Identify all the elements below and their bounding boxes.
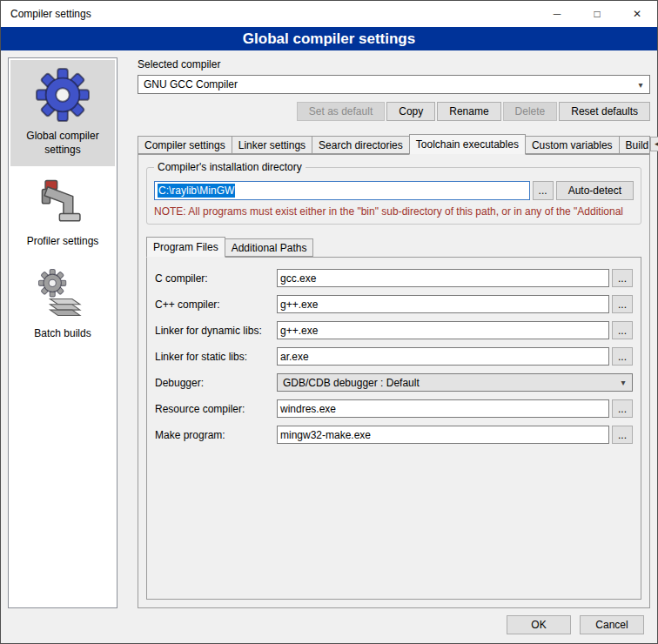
toolchain-executables-pane: Compiler's installation directory C:\ray… — [138, 154, 650, 608]
batch-builds-icon — [37, 269, 88, 319]
compiler-select[interactable]: GNU GCC Compiler ▾ — [138, 75, 650, 94]
resource-compiler-label: Resource compiler: — [155, 403, 277, 415]
c-compiler-browse-button[interactable]: ... — [612, 269, 633, 287]
settings-tabbar: Compiler settings Linker settings Search… — [138, 134, 650, 154]
set-as-default-button[interactable]: Set as default — [297, 102, 385, 121]
selected-compiler-label: Selected compiler — [138, 58, 650, 70]
make-program-value: mingw32-make.exe — [280, 429, 371, 441]
sidebar-item-global-compiler-settings[interactable]: Global compiler settings — [10, 60, 115, 166]
chevron-down-icon: ▾ — [616, 378, 630, 387]
cpp-compiler-value: g++.exe — [280, 299, 318, 311]
c-compiler-value: gcc.exe — [280, 272, 316, 285]
c-compiler-label: C compiler: — [155, 272, 277, 285]
banner-title: Global compiler settings — [243, 30, 415, 48]
maximize-button[interactable]: □ — [577, 1, 617, 27]
form-row: C compiler: gcc.exe ... — [155, 269, 633, 287]
sidebar-item-label: Global compiler settings — [12, 130, 113, 157]
close-icon: ✕ — [633, 8, 641, 20]
tab-program-files[interactable]: Program Files — [146, 237, 225, 258]
gear-icon — [36, 68, 90, 122]
tab-toolchain-executables[interactable]: Toolchain executables — [409, 134, 526, 155]
cpp-compiler-label: C++ compiler: — [155, 299, 277, 311]
resource-compiler-browse-button[interactable]: ... — [612, 399, 633, 418]
compiler-select-value: GNU GCC Compiler — [144, 78, 634, 91]
form-row: Linker for dynamic libs: g++.exe ... — [155, 321, 633, 339]
sidebar-item-label: Profiler settings — [27, 235, 99, 249]
arrow-left-icon: ◄ — [654, 140, 658, 148]
tab-additional-paths[interactable]: Additional Paths — [225, 238, 314, 257]
compiler-actions: Set as default Copy Rename Delete Reset … — [138, 102, 650, 121]
installation-note: NOTE: All programs must exist either in … — [154, 205, 634, 218]
tab-search-directories[interactable]: Search directories — [312, 136, 410, 154]
tab-custom-variables[interactable]: Custom variables — [525, 136, 620, 154]
tab-linker-settings[interactable]: Linker settings — [232, 136, 312, 154]
settings-category-list: Global compiler settings Profiler settin… — [8, 57, 118, 608]
form-row: Debugger: GDB/CDB debugger : Default ▾ — [155, 373, 633, 392]
dialog-footer: OK Cancel — [1, 615, 657, 643]
window-title: Compiler settings — [1, 8, 91, 20]
cpp-compiler-browse-button[interactable]: ... — [612, 295, 633, 313]
programs-tabbar: Program Files Additional Paths — [146, 237, 641, 257]
installation-directory-group: Compiler's installation directory C:\ray… — [146, 167, 641, 225]
chevron-down-icon: ▾ — [634, 80, 648, 90]
dialog-banner: Global compiler settings — [1, 27, 657, 50]
installation-directory-row: C:\raylib\MinGW ... Auto-detect — [154, 181, 634, 200]
dynamic-linker-browse-button[interactable]: ... — [612, 321, 633, 339]
static-linker-browse-button[interactable]: ... — [612, 347, 633, 366]
sidebar-item-label: Batch builds — [34, 327, 91, 341]
form-row: Make program: mingw32-make.exe ... — [155, 426, 633, 444]
maximize-icon: □ — [594, 8, 600, 20]
static-linker-label: Linker for static libs: — [155, 351, 277, 363]
debugger-label: Debugger: — [155, 377, 277, 389]
cpp-compiler-input[interactable]: g++.exe — [277, 295, 609, 313]
tab-scroll-controls: ◄ ► — [650, 137, 658, 151]
program-files-pane: C compiler: gcc.exe ... C++ compiler: g+… — [146, 257, 641, 600]
tab-compiler-settings[interactable]: Compiler settings — [138, 136, 232, 154]
installation-directory-value: C:\raylib\MinGW — [158, 184, 235, 198]
resource-compiler-value: windres.exe — [280, 403, 336, 415]
close-button[interactable]: ✕ — [617, 1, 657, 27]
installation-directory-group-title: Compiler's installation directory — [154, 161, 306, 173]
reset-defaults-button[interactable]: Reset defaults — [559, 102, 650, 121]
profiler-icon — [37, 177, 88, 227]
debugger-select-value: GDB/CDB debugger : Default — [283, 377, 616, 389]
dynamic-linker-label: Linker for dynamic libs: — [155, 325, 277, 337]
make-program-label: Make program: — [155, 429, 277, 441]
static-linker-value: ar.exe — [280, 351, 309, 363]
debugger-select[interactable]: GDB/CDB debugger : Default ▾ — [277, 373, 633, 392]
form-row: Linker for static libs: ar.exe ... — [155, 347, 633, 366]
copy-button[interactable]: Copy — [386, 102, 435, 121]
window-controls: ─ □ ✕ — [537, 1, 657, 27]
auto-detect-button[interactable]: Auto-detect — [556, 181, 634, 200]
minimize-button[interactable]: ─ — [537, 1, 577, 27]
minimize-icon: ─ — [554, 8, 561, 20]
compiler-settings-dialog: Compiler settings ─ □ ✕ Global compiler … — [0, 0, 658, 644]
tab-scroll-left-button[interactable]: ◄ — [650, 137, 658, 151]
tab-build-options[interactable]: Build — [619, 136, 650, 154]
sidebar-item-batch-builds[interactable]: Batch builds — [10, 261, 115, 351]
browse-directory-button[interactable]: ... — [533, 181, 554, 200]
dynamic-linker-input[interactable]: g++.exe — [277, 321, 609, 339]
rename-button[interactable]: Rename — [437, 102, 500, 121]
form-row: C++ compiler: g++.exe ... — [155, 295, 633, 313]
make-program-input[interactable]: mingw32-make.exe — [277, 426, 609, 444]
cancel-button[interactable]: Cancel — [580, 615, 644, 634]
form-row: Resource compiler: windres.exe ... — [155, 399, 633, 418]
dynamic-linker-value: g++.exe — [280, 325, 318, 337]
c-compiler-input[interactable]: gcc.exe — [277, 269, 609, 287]
static-linker-input[interactable]: ar.exe — [277, 347, 609, 366]
ok-button[interactable]: OK — [507, 615, 571, 634]
delete-button[interactable]: Delete — [503, 102, 558, 121]
sidebar-item-profiler-settings[interactable]: Profiler settings — [10, 169, 115, 258]
titlebar: Compiler settings ─ □ ✕ — [1, 1, 657, 27]
make-program-browse-button[interactable]: ... — [612, 426, 633, 444]
resource-compiler-input[interactable]: windres.exe — [277, 399, 609, 418]
installation-directory-input[interactable]: C:\raylib\MinGW — [154, 181, 530, 200]
